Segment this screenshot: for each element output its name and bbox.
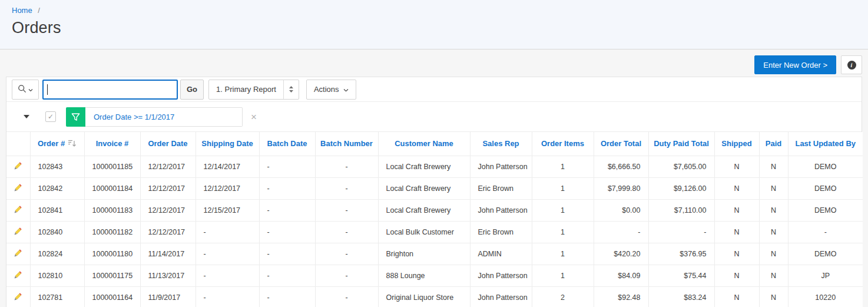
column-header-order-date[interactable]: Order Date [140, 132, 196, 156]
cell-shipping-date: 12/14/2017 [196, 156, 259, 177]
edit-row-button[interactable] [12, 247, 24, 261]
cell-duty-paid-total: $75.44 [648, 265, 714, 286]
edit-cell [6, 243, 30, 265]
filter-enabled-checkbox[interactable]: ✓ [45, 111, 56, 122]
column-header-paid[interactable]: Paid [759, 132, 788, 156]
cell-paid: N [759, 199, 788, 221]
cell-invoice-number: 1000001185 [84, 156, 140, 177]
cell-order-items: 1 [532, 221, 594, 243]
cell-batch-number: - [315, 156, 378, 177]
cell-batch-date: - [259, 221, 315, 243]
cell-batch-date: - [259, 286, 315, 307]
info-button[interactable]: i [841, 55, 862, 74]
column-header-batch-number[interactable]: Batch Number [315, 132, 378, 156]
search-icon [18, 84, 26, 95]
column-header-order-number[interactable]: Order # [30, 132, 84, 156]
cell-batch-number: - [315, 199, 378, 221]
cell-shipping-date: - [196, 221, 259, 243]
cell-batch-date: - [259, 243, 315, 265]
filter-condition-button[interactable]: Order Date >= 1/1/2017 [85, 107, 243, 127]
column-header-invoice-number[interactable]: Invoice # [84, 132, 140, 156]
cell-batch-number: - [315, 243, 378, 265]
column-header-label: Order # [38, 139, 65, 148]
cell-order-number: 102842 [30, 177, 84, 199]
column-header-label: Duty Paid Total [654, 139, 709, 148]
cell-order-total: - [594, 221, 648, 243]
cell-invoice-number: 1000001184 [84, 177, 140, 199]
table-row: 102842100000118412/12/201712/12/2017--Lo… [6, 177, 863, 199]
edit-cell [6, 156, 30, 177]
cell-duty-paid-total: - [648, 221, 714, 243]
edit-row-button[interactable] [12, 181, 24, 196]
cell-last-updated-by: JP [788, 265, 863, 286]
search-input[interactable] [42, 80, 178, 100]
cell-batch-number: - [315, 286, 378, 307]
cell-order-total: $420.20 [594, 243, 648, 265]
column-header-customer-name[interactable]: Customer Name [378, 132, 470, 156]
report-selector-value: 1. Primary Report [209, 80, 283, 99]
cell-shipping-date: - [196, 265, 259, 286]
cell-paid: N [759, 243, 788, 265]
cell-shipping-date: - [196, 243, 259, 265]
search-options-button[interactable] [12, 80, 39, 100]
column-header-label: Shipped [721, 139, 751, 148]
cell-batch-date: - [259, 265, 315, 286]
column-header-label: Last Updated By [795, 139, 856, 148]
cell-customer-name: Original Liquor Store [378, 286, 470, 307]
breadcrumb-home-link[interactable]: Home [12, 6, 32, 15]
column-header-order-items[interactable]: Order Items [532, 132, 594, 156]
column-header-batch-date[interactable]: Batch Date [259, 132, 315, 156]
go-button[interactable]: Go [180, 80, 204, 100]
cell-shipped: N [714, 199, 759, 221]
edit-row-button[interactable] [12, 291, 24, 305]
column-header-last-updated-by[interactable]: Last Updated By [788, 132, 863, 156]
cell-shipping-date: 12/12/2017 [196, 177, 259, 199]
enter-new-order-button[interactable]: Enter New Order > [754, 55, 836, 74]
cell-order-items: 1 [532, 156, 594, 177]
column-header-label: Order Items [541, 139, 584, 148]
column-header-label: Batch Number [320, 139, 373, 148]
cell-order-date: 12/12/2017 [140, 156, 196, 177]
orders-interactive-report: Go 1. Primary Report Actions ✓ Order Dat… [6, 77, 862, 307]
cell-order-date: 12/12/2017 [140, 199, 196, 221]
collapse-controls-icon[interactable] [24, 115, 29, 118]
remove-filter-icon[interactable]: × [251, 112, 257, 122]
cell-sales-rep: Eric Brown [470, 221, 532, 243]
cell-order-number: 102843 [30, 156, 84, 177]
table-row: 102841100000118312/12/201712/15/2017--Lo… [6, 199, 863, 221]
cell-customer-name: Local Bulk Customer [378, 221, 470, 243]
actions-button-label: Actions [314, 85, 339, 94]
edit-row-button[interactable] [12, 203, 24, 217]
cell-batch-number: - [315, 177, 378, 199]
cell-last-updated-by: DEMO [788, 156, 863, 177]
column-header-duty-paid-total[interactable]: Duty Paid Total [648, 132, 714, 156]
orders-table: Order #Invoice #Order DateShipping DateB… [6, 132, 863, 307]
edit-row-button[interactable] [12, 269, 24, 283]
cell-invoice-number: 1000001183 [84, 199, 140, 221]
cell-paid: N [759, 177, 788, 199]
report-selector[interactable]: 1. Primary Report [208, 80, 299, 100]
pencil-icon [13, 273, 23, 282]
pencil-icon [13, 251, 23, 260]
column-header-shipped[interactable]: Shipped [714, 132, 759, 156]
cell-order-date: 11/9/2017 [140, 286, 196, 307]
cell-shipped: N [714, 221, 759, 243]
cell-sales-rep: John Patterson [470, 156, 532, 177]
text-caret [47, 84, 48, 95]
table-row: 102843100000118512/12/201712/14/2017--Lo… [6, 156, 863, 177]
cell-order-number: 102781 [30, 286, 84, 307]
edit-row-button[interactable] [12, 160, 24, 174]
cell-order-total: $92.48 [594, 286, 648, 307]
cell-shipping-date: 12/15/2017 [196, 199, 259, 221]
table-row: 102824100000118011/14/2017---BrightonADM… [6, 243, 863, 265]
cell-order-items: 1 [532, 177, 594, 199]
column-header-sales-rep[interactable]: Sales Rep [470, 132, 532, 156]
column-header-shipping-date[interactable]: Shipping Date [196, 132, 259, 156]
column-header-order-total[interactable]: Order Total [594, 132, 648, 156]
actions-button[interactable]: Actions [306, 80, 356, 100]
cell-paid: N [759, 156, 788, 177]
filter-chip: Order Date >= 1/1/2017 [66, 107, 243, 127]
edit-row-button[interactable] [12, 225, 24, 239]
cell-customer-name: Local Craft Brewery [378, 177, 470, 199]
pencil-icon [13, 295, 23, 303]
